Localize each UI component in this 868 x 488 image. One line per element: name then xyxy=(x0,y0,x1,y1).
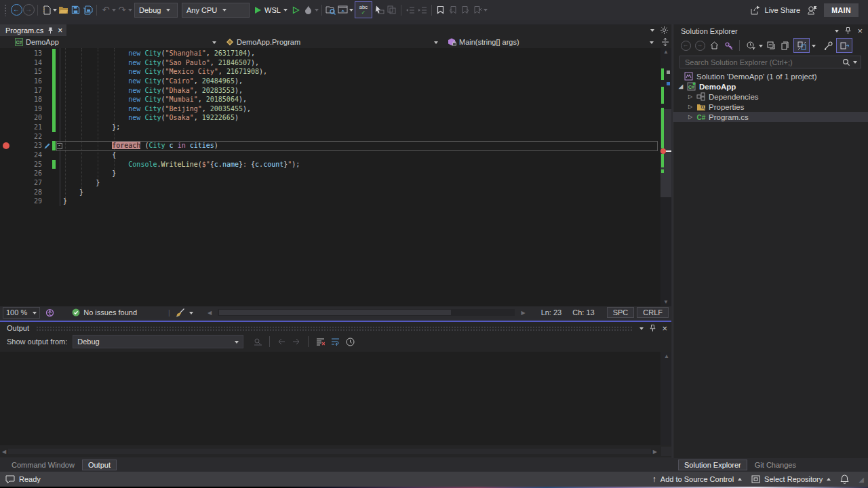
tab-git-changes[interactable]: Git Changes xyxy=(749,460,802,470)
se-properties-button[interactable] xyxy=(822,38,834,53)
se-sync-with-active-document-button[interactable] xyxy=(793,38,810,53)
previous-message-button[interactable] xyxy=(275,334,288,349)
tab-solution-explorer[interactable]: Solution Explorer xyxy=(678,460,747,470)
tree-item-properties[interactable]: ▷Properties xyxy=(673,102,868,112)
save-all-button[interactable] xyxy=(81,3,94,18)
feedback-button[interactable] xyxy=(807,5,817,15)
close-panel-icon[interactable]: × xyxy=(857,26,863,36)
pin-icon[interactable] xyxy=(650,325,656,332)
start-debugging-button[interactable]: WSL xyxy=(254,6,288,14)
select-repository-button[interactable]: Select Repository xyxy=(751,475,831,483)
output-horizontal-scrollbar[interactable]: ◀ ▶ xyxy=(0,448,659,455)
type-dropdown[interactable]: DemoApp.Program xyxy=(222,36,443,48)
search-icon[interactable] xyxy=(842,58,850,66)
output-content[interactable] xyxy=(0,352,660,445)
editor-vertical-scrollbar[interactable]: ▲ ▼ xyxy=(660,48,671,306)
copy-button[interactable] xyxy=(386,3,398,18)
code-line-20[interactable]: 20 new City("Osaka", 19222665) xyxy=(0,113,660,123)
code-line-23[interactable]: 23- foreach (City c in cities) xyxy=(0,141,660,150)
word-wrap-button[interactable] xyxy=(329,334,341,349)
pointer-select-button[interactable] xyxy=(374,3,386,18)
code-line-28[interactable]: 28 } xyxy=(0,188,660,197)
code-line-21[interactable]: 21 }; xyxy=(0,123,660,132)
zoom-dropdown[interactable]: 100 % xyxy=(3,307,40,319)
environment-badge[interactable]: MAIN xyxy=(824,3,859,17)
search-options-dropdown[interactable] xyxy=(853,61,857,66)
breakpoint-indicator[interactable] xyxy=(3,142,9,149)
issues-indicator[interactable]: No issues found xyxy=(72,308,137,317)
tab-list-dropdown[interactable] xyxy=(650,29,654,34)
code-line-16[interactable]: 16 new City("Cairo", 20484965), xyxy=(0,77,660,86)
find-in-files-button[interactable] xyxy=(325,3,337,18)
code-line-14[interactable]: 14 new City("Sao Paulo", 21846507), xyxy=(0,58,660,68)
code-line-24[interactable]: 24 { xyxy=(0,150,660,160)
se-forward-button[interactable]: → xyxy=(694,38,706,53)
collapse-arrow-icon[interactable]: ◢ xyxy=(676,83,686,89)
se-window-dropdown[interactable] xyxy=(835,30,839,35)
hot-reload-button[interactable] xyxy=(302,3,315,18)
next-bookmark-button[interactable] xyxy=(459,3,471,18)
solution-platform-dropdown[interactable]: Any CPU xyxy=(182,3,250,18)
code-line-27[interactable]: 27 } xyxy=(0,178,660,188)
save-button[interactable] xyxy=(69,3,81,18)
code-line-25[interactable]: 25 Console.WriteLine($"{c.name}: {c.coun… xyxy=(0,160,660,169)
breakpoint-margin[interactable] xyxy=(0,188,14,197)
scroll-up-arrow[interactable]: ▲ xyxy=(660,49,671,56)
member-dropdown[interactable]: Main(string[] args) xyxy=(443,36,659,48)
se-collapse-all-button[interactable] xyxy=(765,38,777,53)
resize-grip[interactable]: ◢ xyxy=(859,476,864,483)
output-source-dropdown[interactable]: Debug xyxy=(73,335,243,348)
tree-item-program-cs[interactable]: ▷C#Program.cs xyxy=(673,112,868,122)
breakpoint-margin[interactable] xyxy=(0,197,14,206)
se-back-button[interactable]: ← xyxy=(679,38,692,53)
editor-horizontal-scrollbar[interactable] xyxy=(218,309,515,316)
panel-drag-handle[interactable] xyxy=(36,326,633,331)
new-item-button[interactable] xyxy=(41,3,53,18)
breakpoint-margin[interactable] xyxy=(0,77,14,86)
breakpoint-margin[interactable] xyxy=(0,58,14,68)
breakpoint-margin[interactable] xyxy=(0,160,14,169)
code-line-17[interactable]: 17 new City("Dhaka", 20283553), xyxy=(0,86,660,96)
clear-bookmarks-button[interactable] xyxy=(471,3,484,18)
breakpoint-margin[interactable] xyxy=(0,86,14,96)
spaces-indicator[interactable]: SPC xyxy=(607,307,635,318)
code-cleanup-dropdown[interactable] xyxy=(189,312,193,317)
breakpoint-margin[interactable] xyxy=(0,67,14,77)
close-panel-icon[interactable]: × xyxy=(662,323,667,333)
collapse-toggle[interactable]: - xyxy=(56,143,63,149)
increase-indent-button[interactable] xyxy=(416,3,429,18)
code-line-13[interactable]: 13 new City("Shanghai", 26317104), xyxy=(0,49,660,58)
undo-button[interactable]: ↶ xyxy=(100,3,112,18)
tab-output[interactable]: Output xyxy=(82,460,117,470)
breakpoint-margin[interactable] xyxy=(0,104,14,114)
breakpoint-margin[interactable] xyxy=(0,178,14,188)
timestamp-toggle-button[interactable] xyxy=(344,334,356,349)
se-preview-selected-items-button[interactable] xyxy=(836,38,852,53)
previous-bookmark-button[interactable] xyxy=(447,3,459,18)
gear-icon[interactable] xyxy=(660,26,669,35)
se-search-input[interactable] xyxy=(684,58,842,67)
breakpoint-margin[interactable] xyxy=(0,95,14,104)
output-scroll-up-arrow[interactable]: ▲ xyxy=(661,353,672,360)
se-show-all-files-button[interactable] xyxy=(779,38,791,53)
tree-item-dependencies[interactable]: ▷Dependencies xyxy=(673,92,868,102)
hot-reload-dropdown[interactable] xyxy=(315,9,319,14)
live-share-button[interactable]: Live Share xyxy=(751,5,801,15)
line-ending-indicator[interactable]: CRLF xyxy=(637,307,669,318)
breakpoint-margin[interactable] xyxy=(0,141,14,150)
se-search-box[interactable] xyxy=(679,56,861,68)
breakpoint-margin[interactable] xyxy=(0,49,14,58)
code-line-22[interactable]: 22 xyxy=(0,132,660,142)
code-line-26[interactable]: 26 } xyxy=(0,169,660,178)
expand-arrow-icon[interactable]: ▷ xyxy=(686,104,695,110)
start-without-debugging-button[interactable] xyxy=(290,3,302,18)
tree-item-demoapp[interactable]: ◢C#DemoApp xyxy=(673,81,868,92)
se-pending-changes-filter-button[interactable] xyxy=(745,38,757,53)
next-message-button[interactable] xyxy=(290,334,302,349)
scroll-down-arrow[interactable]: ▼ xyxy=(660,299,671,306)
accessibility-icon[interactable] xyxy=(45,308,54,317)
se-sync-dropdown[interactable] xyxy=(812,45,816,49)
expand-arrow-icon[interactable]: ▷ xyxy=(686,114,695,120)
code-line-29[interactable]: 29} xyxy=(0,197,660,206)
breakpoint-margin[interactable] xyxy=(0,113,14,123)
